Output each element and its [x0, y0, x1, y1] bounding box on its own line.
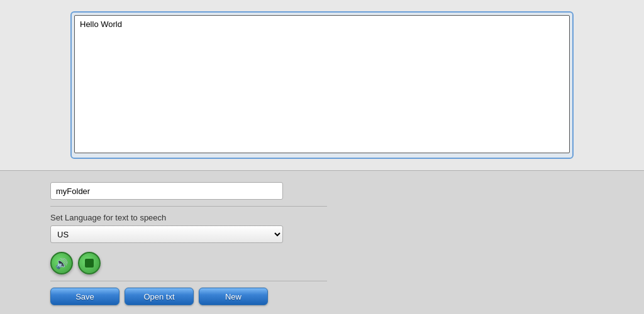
top-panel	[0, 0, 644, 171]
separator-2	[50, 281, 327, 281]
bottom-panel: Set Language for text to speech US UK AU…	[0, 171, 644, 314]
speaker-icon	[50, 252, 73, 274]
textarea-container	[70, 11, 574, 159]
language-label: Set Language for text to speech	[50, 213, 594, 222]
language-select[interactable]: US UK AU CA FR DE ES IT	[50, 225, 283, 243]
save-button[interactable]: Save	[50, 288, 119, 305]
new-button[interactable]: New	[199, 288, 268, 305]
main-text-input[interactable]	[74, 15, 570, 153]
folder-input[interactable]	[50, 182, 283, 200]
open-txt-button[interactable]: Open txt	[125, 288, 194, 305]
stop-icon	[78, 252, 101, 274]
icon-row	[50, 252, 594, 274]
stop-button[interactable]	[78, 252, 101, 274]
separator-1	[50, 206, 327, 207]
speaker-button[interactable]	[50, 252, 73, 274]
action-buttons: Save Open txt New	[50, 288, 594, 305]
